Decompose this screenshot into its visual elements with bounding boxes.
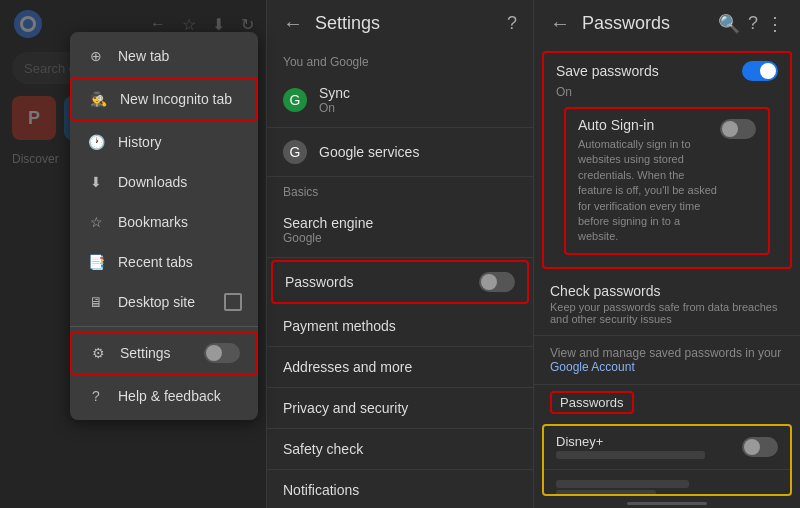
safety-content: Safety check <box>283 441 517 457</box>
auto-signin-desc: Automatically sign in to websites using … <box>578 137 720 245</box>
menu-item-bookmarks-label: Bookmarks <box>118 214 242 230</box>
basics-label: Basics <box>267 177 533 203</box>
settings-item-addresses[interactable]: Addresses and more <box>267 347 533 388</box>
saved-pw-item-disney[interactable]: Disney+ <box>544 426 790 470</box>
panel-passwords: ← Passwords 🔍 ? ⋮ Save passwords On Auto… <box>534 0 800 508</box>
check-passwords-section[interactable]: Check passwords Keep your passwords safe… <box>534 273 800 336</box>
disney-site-name: Disney+ <box>556 434 742 449</box>
settings-back-button[interactable]: ← <box>283 12 303 35</box>
menu-item-settings-label: Settings <box>120 345 192 361</box>
addresses-title: Addresses and more <box>283 359 517 375</box>
auto-signin-section: Auto Sign-in Automatically sign in to we… <box>564 107 770 255</box>
menu-item-new-tab[interactable]: ⊕ New tab <box>70 36 258 76</box>
settings-item-payment[interactable]: Payment methods <box>267 306 533 347</box>
help-icon: ? <box>86 386 106 406</box>
save-passwords-toggle[interactable] <box>742 61 778 81</box>
google-services-content: Google services <box>319 144 517 160</box>
desktop-site-checkbox[interactable] <box>224 293 242 311</box>
auto-signin-row: Auto Sign-in Automatically sign in to we… <box>578 117 756 245</box>
passwords-title: Passwords <box>285 274 467 290</box>
home-bar-3 <box>627 502 707 505</box>
google-account-link[interactable]: Google Account <box>550 360 635 374</box>
auto-signin-toggle[interactable] <box>720 119 756 139</box>
passwords-title: Passwords <box>582 13 710 34</box>
downloads-icon: ⬇ <box>86 172 106 192</box>
recent-tabs-icon: 📑 <box>86 252 106 272</box>
notifications-content: Notifications <box>283 482 517 498</box>
panel-chrome-menu: ← ☆ ⬇ ↻ Search or type web address P U ⊕… <box>0 0 267 508</box>
check-passwords-title: Check passwords <box>550 283 784 299</box>
search-engine-content: Search engine Google <box>283 215 517 245</box>
menu-item-help[interactable]: ? Help & feedback <box>70 376 258 416</box>
menu-divider <box>70 326 258 327</box>
safety-title: Safety check <box>283 441 517 457</box>
you-and-google-label: You and Google <box>267 47 533 73</box>
save-passwords-title: Save passwords <box>556 63 742 79</box>
save-passwords-status: On <box>556 85 778 99</box>
menu-item-new-tab-label: New tab <box>118 48 242 64</box>
sync-title: Sync <box>319 85 517 101</box>
settings-item-search-engine[interactable]: Search engine Google <box>267 203 533 258</box>
payment-title: Payment methods <box>283 318 517 334</box>
settings-item-google-services[interactable]: G Google services <box>267 128 533 177</box>
settings-toggle[interactable] <box>204 343 240 363</box>
menu-item-incognito[interactable]: 🕵 New Incognito tab <box>70 77 258 121</box>
menu-item-downloads[interactable]: ⬇ Downloads <box>70 162 258 202</box>
settings-item-safety[interactable]: Safety check <box>267 429 533 470</box>
menu-item-bookmarks[interactable]: ☆ Bookmarks <box>70 202 258 242</box>
menu-item-settings[interactable]: ⚙ Settings <box>70 331 258 375</box>
saved-pw-item-2[interactable] <box>544 470 790 496</box>
bookmarks-icon: ☆ <box>86 212 106 232</box>
menu-item-help-label: Help & feedback <box>118 388 242 404</box>
passwords-header: ← Passwords 🔍 ? ⋮ <box>534 0 800 47</box>
pw-site-blurred-2 <box>556 480 689 488</box>
settings-item-passwords[interactable]: Passwords <box>271 260 529 304</box>
disney-pw-toggle[interactable] <box>742 437 778 457</box>
dropdown-menu: ⊕ New tab 🕵 New Incognito tab 🕐 History … <box>70 32 258 420</box>
passwords-more-icon[interactable]: ⋮ <box>766 13 784 35</box>
passwords-search-icon[interactable]: 🔍 <box>718 13 740 35</box>
settings-item-privacy[interactable]: Privacy and security <box>267 388 533 429</box>
passwords-content: Passwords <box>285 274 467 290</box>
settings-header: ← Settings ? <box>267 0 533 47</box>
sync-icon: G <box>283 88 307 112</box>
menu-item-desktop-site[interactable]: 🖥 Desktop site <box>70 282 258 322</box>
save-passwords-section: Save passwords On Auto Sign-in Automatic… <box>542 51 792 269</box>
google-services-title: Google services <box>319 144 517 160</box>
privacy-title: Privacy and security <box>283 400 517 416</box>
check-passwords-sub: Keep your passwords safe from data breac… <box>550 301 784 325</box>
pw-user-blurred-2 <box>556 490 656 496</box>
saved-passwords-list: Disney+ <box>542 424 792 496</box>
addresses-content: Addresses and more <box>283 359 517 375</box>
view-manage-text: View and manage saved passwords in your <box>550 346 781 360</box>
panel-settings: ← Settings ? You and Google G Sync On G … <box>267 0 534 508</box>
settings-icon: ⚙ <box>88 343 108 363</box>
incognito-icon: 🕵 <box>88 89 108 109</box>
passwords-help-icon[interactable]: ? <box>748 13 758 34</box>
auto-signin-content: Auto Sign-in Automatically sign in to we… <box>578 117 720 245</box>
auto-signin-title: Auto Sign-in <box>578 117 720 133</box>
settings-title: Settings <box>315 13 499 34</box>
search-engine-title: Search engine <box>283 215 517 231</box>
menu-item-recent-tabs[interactable]: 📑 Recent tabs <box>70 242 258 282</box>
save-passwords-row: Save passwords <box>556 61 778 81</box>
passwords-back-button[interactable]: ← <box>550 12 570 35</box>
disney-site-info: Disney+ <box>556 434 742 461</box>
menu-item-downloads-label: Downloads <box>118 174 242 190</box>
settings-item-sync[interactable]: G Sync On <box>267 73 533 128</box>
menu-item-desktop-site-label: Desktop site <box>118 294 212 310</box>
settings-help-icon[interactable]: ? <box>507 13 517 34</box>
passwords-section-label: Passwords <box>550 391 634 414</box>
new-tab-icon: ⊕ <box>86 46 106 66</box>
search-engine-sub: Google <box>283 231 517 245</box>
privacy-content: Privacy and security <box>283 400 517 416</box>
menu-item-recent-tabs-label: Recent tabs <box>118 254 242 270</box>
settings-item-notifications[interactable]: Notifications <box>267 470 533 508</box>
menu-item-history-label: History <box>118 134 242 150</box>
menu-item-history[interactable]: 🕐 History <box>70 122 258 162</box>
sync-sub: On <box>319 101 517 115</box>
desktop-site-icon: 🖥 <box>86 292 106 312</box>
passwords-toggle[interactable] <box>479 272 515 292</box>
passwords-label-section: Passwords <box>534 385 800 420</box>
view-manage-section: View and manage saved passwords in your … <box>534 336 800 385</box>
